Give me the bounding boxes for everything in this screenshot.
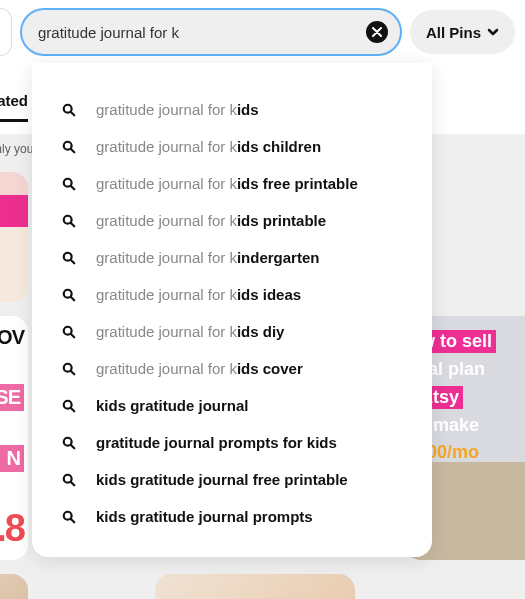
search-suggestion[interactable]: gratitude journal for kids free printabl… xyxy=(32,165,432,202)
suggestion-text: gratitude journal for kids diy xyxy=(96,323,284,340)
suggestion-text: gratitude journal for kids ideas xyxy=(96,286,301,303)
search-bar[interactable] xyxy=(20,8,402,56)
search-suggestion[interactable]: gratitude journal for kindergarten xyxy=(32,239,432,276)
filter-label: All Pins xyxy=(426,24,481,41)
search-suggestion[interactable]: kids gratitude journal free printable xyxy=(32,461,432,498)
search-suggestion[interactable]: gratitude journal for kids xyxy=(32,91,432,128)
background-tab: ated xyxy=(0,92,28,122)
search-icon xyxy=(62,473,76,487)
pin-text: N xyxy=(0,445,24,472)
suggestion-text: kids gratitude journal free printable xyxy=(96,471,348,488)
close-icon xyxy=(372,27,382,37)
svg-line-5 xyxy=(71,185,74,188)
pin-text: d make xyxy=(417,415,525,436)
clear-search-button[interactable] xyxy=(366,21,388,43)
search-icon xyxy=(62,288,76,302)
suggestion-text: gratitude journal for kids xyxy=(96,101,259,118)
svg-line-13 xyxy=(71,333,74,336)
search-suggestion[interactable]: kids gratitude journal prompts xyxy=(32,498,432,535)
pin-card[interactable] xyxy=(0,574,28,599)
search-icon xyxy=(62,103,76,117)
search-icon xyxy=(62,510,76,524)
search-suggestion[interactable]: gratitude journal prompts for kids xyxy=(32,424,432,461)
svg-line-21 xyxy=(71,481,74,484)
suggestion-text: gratitude journal for kids cover xyxy=(96,360,303,377)
search-icon xyxy=(62,436,76,450)
search-icon xyxy=(62,325,76,339)
search-icon xyxy=(62,140,76,154)
search-suggestion[interactable]: gratitude journal for kids children xyxy=(32,128,432,165)
pin-text: SE xyxy=(0,384,24,411)
suggestion-text: gratitude journal for kids free printabl… xyxy=(96,175,358,192)
suggestion-text: gratitude journal for kids children xyxy=(96,138,321,155)
suggestion-text: gratitude journal for kids printable xyxy=(96,212,326,229)
suggestion-text: gratitude journal for kindergarten xyxy=(96,249,319,266)
chevron-down-icon xyxy=(487,26,499,38)
search-icon xyxy=(62,362,76,376)
svg-line-17 xyxy=(71,407,74,410)
search-icon xyxy=(62,214,76,228)
search-suggestion[interactable]: gratitude journal for kids diy xyxy=(32,313,432,350)
pin-text: ital plan xyxy=(417,359,525,380)
svg-line-23 xyxy=(71,518,74,521)
svg-line-19 xyxy=(71,444,74,447)
pin-text: Etsy xyxy=(417,386,525,409)
search-suggestion[interactable]: kids gratitude journal xyxy=(32,387,432,424)
pin-card[interactable]: OV SE N .8 xyxy=(0,316,28,560)
search-suggestions-dropdown: gratitude journal for kidsgratitude jour… xyxy=(32,63,432,557)
home-button-partial[interactable] xyxy=(0,8,12,56)
suggestion-text: gratitude journal prompts for kids xyxy=(96,434,337,451)
search-icon xyxy=(62,177,76,191)
search-input[interactable] xyxy=(38,24,366,41)
svg-line-11 xyxy=(71,296,74,299)
pin-text: w to sell xyxy=(417,330,525,353)
pin-text: 000/mo xyxy=(417,442,525,463)
filter-dropdown[interactable]: All Pins xyxy=(410,10,515,54)
pin-card[interactable]: LE D AD Y xyxy=(0,172,28,302)
suggestion-text: kids gratitude journal prompts xyxy=(96,508,313,525)
svg-line-3 xyxy=(71,148,74,151)
search-suggestion[interactable]: gratitude journal for kids printable xyxy=(32,202,432,239)
pin-card[interactable] xyxy=(155,574,355,599)
suggestion-text: kids gratitude journal xyxy=(96,397,249,414)
search-suggestion[interactable]: gratitude journal for kids ideas xyxy=(32,276,432,313)
pin-text: OV xyxy=(0,326,24,349)
svg-line-9 xyxy=(71,259,74,262)
search-suggestion[interactable]: gratitude journal for kids cover xyxy=(32,350,432,387)
search-icon xyxy=(62,399,76,413)
search-icon xyxy=(62,251,76,265)
top-bar: All Pins xyxy=(0,0,525,64)
svg-line-15 xyxy=(71,370,74,373)
svg-line-7 xyxy=(71,222,74,225)
svg-line-1 xyxy=(71,111,74,114)
pin-text: .8 xyxy=(0,507,24,550)
